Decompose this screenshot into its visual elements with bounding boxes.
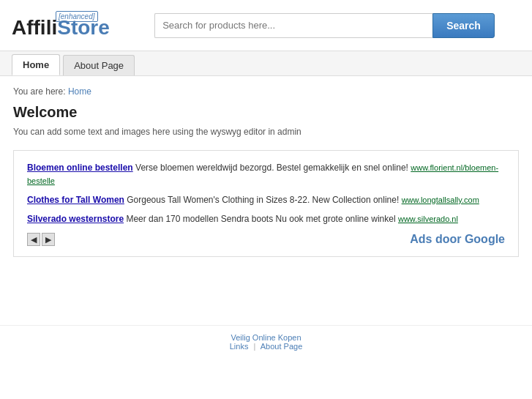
ad-item: Silverado westernstore Meer dan 170 mode… (27, 212, 505, 225)
google-label: Google (465, 233, 505, 245)
footer-link-about[interactable]: About Page (261, 342, 303, 351)
ads-area: Bloemen online bestellen Verse bloemen w… (13, 150, 519, 257)
footer: Veilig Online Kopen Links | About Page (0, 325, 532, 358)
breadcrumb-home-link[interactable]: Home (68, 86, 91, 97)
search-area: Search (129, 13, 520, 38)
ads-by-text: Ads door (410, 233, 465, 245)
ad-url-3[interactable]: www.silverado.nl (398, 215, 458, 223)
ad-desc-1: Verse bloemen wereldwijd bezorgd. Bestel… (135, 163, 411, 173)
main-content: You are here: Home Welcome You can add s… (0, 76, 532, 325)
ad-title-2[interactable]: Clothes for Tall Women (27, 195, 124, 205)
ad-url-2[interactable]: www.longtallsally.com (402, 195, 479, 204)
welcome-text: You can add some text and images here us… (13, 127, 519, 137)
footer-link-veilig[interactable]: Veilig Online Kopen (231, 333, 301, 342)
footer-link-links[interactable]: Links (230, 342, 249, 351)
ad-desc-3: Meer dan 170 modellen Sendra boots Nu oo… (126, 214, 398, 224)
page-title: Welcome (13, 104, 519, 121)
search-input[interactable] (154, 13, 432, 38)
ads-prev-button[interactable]: ◀ (27, 233, 40, 246)
ads-next-button[interactable]: ▶ (42, 233, 55, 246)
logo-store: Store (57, 16, 110, 39)
logo-main: AffiliStore (12, 18, 129, 38)
logo-area: [enhanced] AffiliStore (12, 12, 129, 38)
ads-nav: ◀ ▶ Ads door Google (27, 233, 505, 246)
ad-title-3[interactable]: Silverado westernstore (27, 214, 124, 224)
search-button[interactable]: Search (432, 13, 495, 38)
ad-desc-2: Gorgeous Tall Women's Clothing in Sizes … (127, 195, 401, 205)
ad-item: Bloemen online bestellen Verse bloemen w… (27, 161, 505, 187)
ad-item: Clothes for Tall Women Gorgeous Tall Wom… (27, 193, 505, 206)
footer-separator: | (253, 342, 255, 351)
breadcrumb: You are here: Home (13, 86, 519, 97)
header: [enhanced] AffiliStore Search (0, 0, 532, 51)
footer-line-1: Veilig Online Kopen (7, 333, 525, 342)
tab-about[interactable]: About Page (63, 55, 135, 75)
breadcrumb-prefix: You are here: (13, 86, 68, 97)
ads-by-google: Ads door Google (410, 233, 505, 246)
logo-affili: Affili (12, 16, 57, 39)
nav: Home About Page (0, 51, 532, 76)
footer-line-2: Links | About Page (7, 342, 525, 351)
tab-home[interactable]: Home (12, 54, 60, 75)
ad-title-1[interactable]: Bloemen online bestellen (27, 163, 133, 173)
